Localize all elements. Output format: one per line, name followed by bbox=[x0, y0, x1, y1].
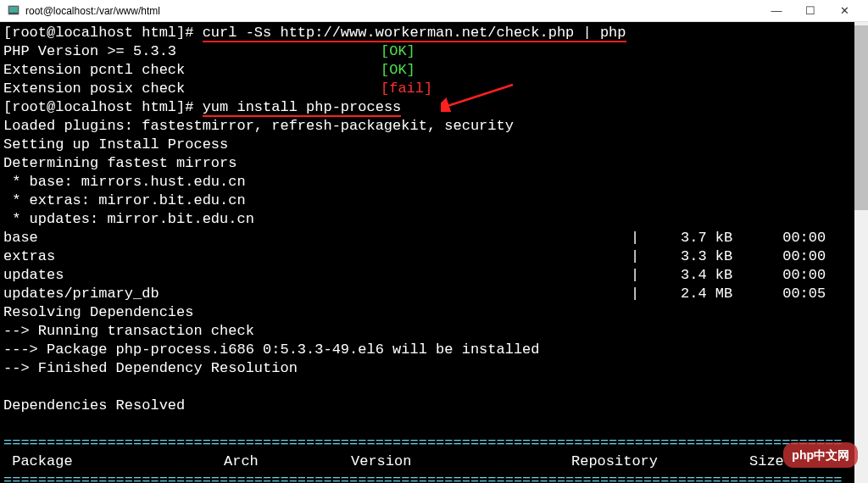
svg-rect-1 bbox=[9, 7, 18, 13]
running-check-line: --> Running transaction check bbox=[3, 322, 865, 341]
watermark-badge: php中文网 bbox=[783, 442, 858, 468]
minimize-button[interactable]: — bbox=[760, 1, 793, 21]
status-ok: [OK] bbox=[381, 62, 415, 78]
repo-row: updates/primary_db|2.4 MB00:05 bbox=[3, 285, 865, 303]
terminal-line: [root@localhost html]# curl -Ss http://w… bbox=[3, 24, 865, 42]
table-separator: ========================================… bbox=[3, 471, 865, 483]
repo-row: extras|3.3 kB00:00 bbox=[3, 247, 865, 266]
window-title: root@localhost:/var/www/html bbox=[25, 5, 760, 17]
table-separator: ========================================… bbox=[3, 434, 865, 452]
repo-row: base|3.7 kB00:00 bbox=[3, 229, 865, 247]
resolving-line: Resolving Dependencies bbox=[3, 303, 865, 322]
terminal[interactable]: [root@localhost html]# curl -Ss http://w… bbox=[0, 22, 868, 483]
titlebar: root@localhost:/var/www/html — ☐ ✕ bbox=[0, 0, 868, 22]
blank-line bbox=[3, 378, 865, 397]
terminal-line: [root@localhost html]# yum install php-p… bbox=[3, 98, 865, 117]
yum-command: yum install php-process bbox=[203, 99, 402, 117]
pkg-install-line: ---> Package php-process.i686 0:5.3.3-49… bbox=[3, 341, 865, 359]
close-button[interactable]: ✕ bbox=[827, 1, 861, 21]
window-controls: — ☐ ✕ bbox=[760, 1, 861, 21]
blank-line bbox=[3, 415, 865, 434]
check-php-version: PHP Version >= 5.3.3[OK] bbox=[3, 42, 865, 61]
maximize-button[interactable]: ☐ bbox=[793, 1, 827, 21]
scrollbar-thumb[interactable] bbox=[854, 25, 868, 210]
deps-resolved-line: Dependencies Resolved bbox=[3, 397, 865, 415]
putty-icon bbox=[7, 4, 20, 18]
curl-command: curl -Ss http://www.workerman.net/check.… bbox=[203, 25, 626, 42]
table-header: PackageArchVersionRepositorySize bbox=[3, 452, 865, 471]
finished-line: --> Finished Dependency Resolution bbox=[3, 359, 865, 378]
status-ok: [OK] bbox=[381, 43, 415, 59]
status-fail: [fail] bbox=[381, 80, 432, 97]
setup-line: Setting up Install Process bbox=[3, 136, 865, 154]
determining-line: Determining fastest mirrors bbox=[3, 154, 865, 173]
check-posix: Extension posix check[fail] bbox=[3, 80, 865, 98]
plugins-line: Loaded plugins: fastestmirror, refresh-p… bbox=[3, 117, 865, 136]
mirror-base: * base: mirrors.hust.edu.cn bbox=[3, 173, 865, 192]
check-pcntl: Extension pcntl check[OK] bbox=[3, 61, 865, 80]
scrollbar[interactable] bbox=[854, 22, 868, 483]
mirror-updates: * updates: mirror.bit.edu.cn bbox=[3, 210, 865, 229]
mirror-extras: * extras: mirror.bit.edu.cn bbox=[3, 192, 865, 210]
repo-row: updates|3.4 kB00:00 bbox=[3, 266, 865, 285]
